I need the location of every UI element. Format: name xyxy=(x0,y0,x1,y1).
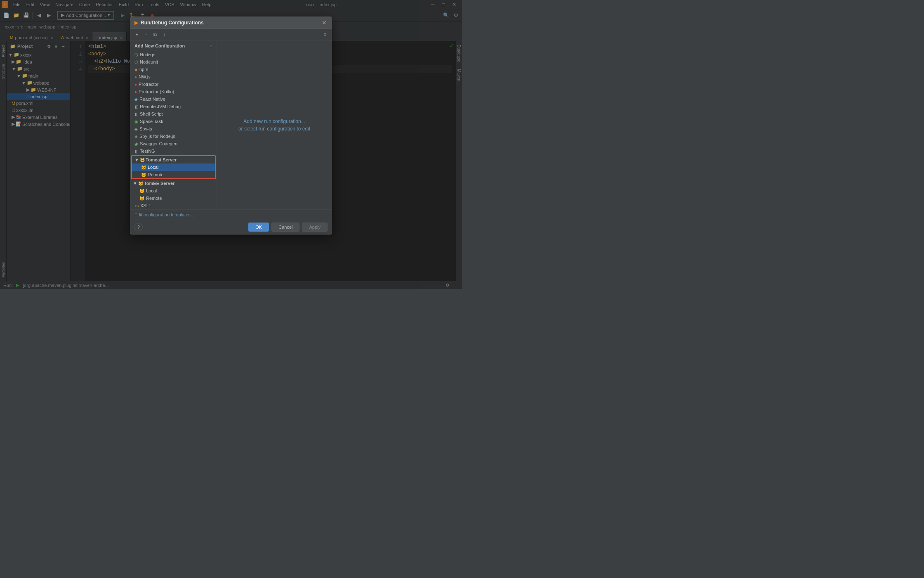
nodeunit-label: Nodeunit xyxy=(140,59,158,64)
tomee-remote-item[interactable]: 🐱 Remote xyxy=(130,194,217,202)
nodejs-icon: ⬡ xyxy=(134,52,138,57)
nwjs-label: NW.js xyxy=(139,74,151,79)
protractor-icon: ● xyxy=(134,82,137,87)
space-task-icon: ◉ xyxy=(134,119,138,124)
config-right-panel: Add new run configuration... or select r… xyxy=(217,41,332,209)
npm-label: npm xyxy=(139,67,148,72)
testng-label: TestNG xyxy=(140,149,155,154)
tomee-remote-icon: 🐱 xyxy=(139,196,144,201)
add-new-config-label: Add New Configuration xyxy=(134,43,185,48)
tomcat-server-icon: 🐱 xyxy=(140,158,145,162)
config-item-protractor-kotlin[interactable]: ● Protractor (Kotlin) xyxy=(130,88,217,95)
ok-button[interactable]: OK xyxy=(248,223,269,232)
xslt-icon: xs xyxy=(134,204,139,208)
remote-jvm-label: Remote JVM Debug xyxy=(140,104,181,109)
spy-js-node-icon: ◈ xyxy=(134,134,138,139)
dialog-body: Add New Configuration ≡ ⬡ Node.js ⬡ Node… xyxy=(130,41,332,209)
tomcat-remote-icon: 🐱 xyxy=(141,173,146,177)
nwjs-icon: ● xyxy=(134,75,137,79)
dialog-add-btn[interactable]: + xyxy=(133,31,141,39)
tomcat-remote-label: Remote xyxy=(148,172,164,177)
dialog-title: Run/Debug Configurations xyxy=(141,20,318,26)
config-item-npm[interactable]: ◆ npm xyxy=(130,66,217,73)
tomcat-local-icon: 🐱 xyxy=(141,165,146,170)
dialog-options-btn[interactable]: ≡ xyxy=(321,31,329,39)
react-native-icon: ◈ xyxy=(134,97,138,102)
right-hint1[interactable]: Add new run configuration... xyxy=(243,118,305,124)
spy-js-icon: ◈ xyxy=(134,127,138,131)
testng-icon: ◧ xyxy=(134,149,138,154)
config-item-nodeunit[interactable]: ⬡ Nodeunit xyxy=(130,58,217,66)
tomcat-remote-item[interactable]: 🐱 Remote xyxy=(132,171,215,178)
npm-icon: ◆ xyxy=(134,67,138,72)
tomee-local-icon: 🐱 xyxy=(139,189,144,193)
run-debug-dialog: ▶ Run/Debug Configurations ✕ + − ⧉ ↕ ≡ A… xyxy=(130,17,332,235)
spy-js-node-label: Spy-js for Node.js xyxy=(139,134,175,139)
nodeunit-icon: ⬡ xyxy=(134,60,138,64)
tomcat-local-item[interactable]: 🐱 Local xyxy=(132,163,215,171)
protractor-kotlin-icon: ● xyxy=(134,90,137,94)
dialog-footer: Edit configuration templates... xyxy=(130,209,332,220)
tomee-local-label: Local xyxy=(146,188,157,193)
tomee-server-header[interactable]: ▼ 🐱 TomEE Server xyxy=(130,180,217,187)
tomee-server-icon: 🐱 xyxy=(138,181,143,186)
remote-jvm-icon: ◧ xyxy=(134,104,138,109)
protractor-kotlin-label: Protractor (Kotlin) xyxy=(139,89,174,94)
config-item-nodejs[interactable]: ⬡ Node.js xyxy=(130,51,217,58)
react-native-label: React Native xyxy=(139,97,165,102)
config-item-spy-js-node[interactable]: ◈ Spy-js for Node.js xyxy=(130,133,217,140)
shell-script-label: Shell Script xyxy=(140,111,163,116)
dialog-toolbar: + − ⧉ ↕ ≡ xyxy=(130,29,332,41)
tomcat-server-section: ▼ 🐱 Tomcat Server 🐱 Local 🐱 Remote xyxy=(131,155,216,179)
config-list-options-icon[interactable]: ≡ xyxy=(210,43,212,48)
config-item-protractor[interactable]: ● Protractor xyxy=(130,81,217,88)
space-task-label: Space Task xyxy=(140,119,163,124)
dialog-close-btn[interactable]: ✕ xyxy=(321,19,328,26)
tomcat-expand-icon: ▼ xyxy=(134,157,139,162)
dialog-buttons: ? OK Cancel Apply xyxy=(130,220,332,234)
dialog-copy-btn[interactable]: ⧉ xyxy=(151,31,159,39)
swagger-icon: ◉ xyxy=(134,142,138,146)
spy-js-label: Spy-js xyxy=(139,126,152,131)
tomee-local-item[interactable]: 🐱 Local xyxy=(130,187,217,194)
config-item-shell-script[interactable]: ◧ Shell Script xyxy=(130,110,217,118)
tomcat-server-header[interactable]: ▼ 🐱 Tomcat Server xyxy=(132,156,215,163)
dialog-remove-btn[interactable]: − xyxy=(142,31,150,39)
swagger-label: Swagger Codegen xyxy=(140,141,177,146)
xslt-label: XSLT xyxy=(140,203,151,208)
nodejs-label: Node.js xyxy=(140,52,155,57)
config-list: Add New Configuration ≡ ⬡ Node.js ⬡ Node… xyxy=(130,41,217,209)
tomee-server-label: TomEE Server xyxy=(144,181,174,186)
dialog-run-icon: ▶ xyxy=(134,20,138,26)
config-item-spy-js[interactable]: ◈ Spy-js xyxy=(130,125,217,133)
modal-overlay: ▶ Run/Debug Configurations ✕ + − ⧉ ↕ ≡ A… xyxy=(0,0,462,289)
dialog-move-btn[interactable]: ↕ xyxy=(160,31,168,39)
tomee-expand-icon: ▼ xyxy=(133,181,137,186)
dialog-help-btn[interactable]: ? xyxy=(134,223,143,231)
config-list-header: Add New Configuration ≡ xyxy=(130,41,217,51)
config-item-remote-jvm[interactable]: ◧ Remote JVM Debug xyxy=(130,103,217,110)
config-item-swagger[interactable]: ◉ Swagger Codegen xyxy=(130,140,217,147)
config-item-xslt[interactable]: xs XSLT xyxy=(130,202,217,209)
config-item-testng[interactable]: ◧ TestNG xyxy=(130,147,217,155)
tomee-remote-label: Remote xyxy=(146,196,162,201)
config-item-space-task[interactable]: ◉ Space Task xyxy=(130,118,217,125)
protractor-label: Protractor xyxy=(139,82,158,87)
dialog-title-bar: ▶ Run/Debug Configurations ✕ xyxy=(130,17,332,29)
config-item-react-native[interactable]: ◈ React Native xyxy=(130,95,217,103)
tomcat-local-label: Local xyxy=(148,165,158,170)
apply-button[interactable]: Apply xyxy=(302,223,328,232)
edit-config-templates-link[interactable]: Edit configuration templates... xyxy=(134,212,194,217)
config-item-nwjs[interactable]: ● NW.js xyxy=(130,73,217,81)
cancel-button[interactable]: Cancel xyxy=(271,223,299,232)
shell-script-icon: ◧ xyxy=(134,112,138,116)
right-hint2: or select run configuration to edit xyxy=(238,126,310,132)
tomcat-server-label: Tomcat Server xyxy=(146,157,177,162)
